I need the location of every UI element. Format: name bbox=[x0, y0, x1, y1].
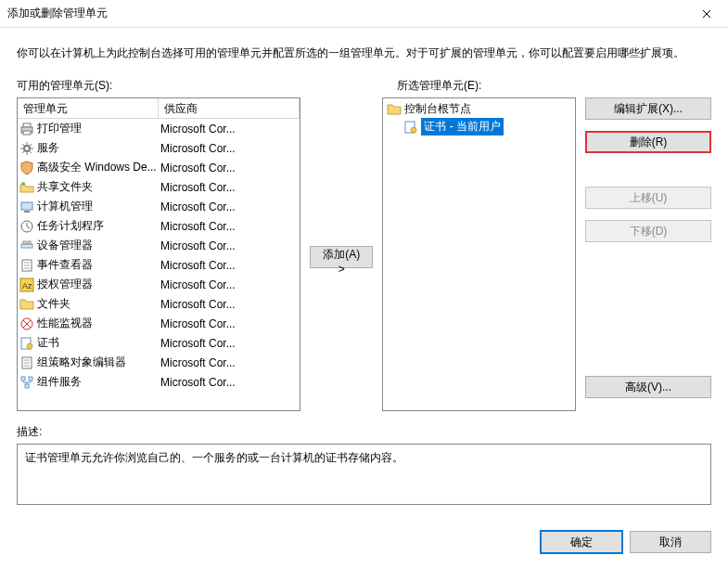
move-down-button: 下移(D) bbox=[585, 220, 711, 242]
list-item-vendor: Microsoft Cor... bbox=[159, 142, 298, 155]
list-item-vendor: Microsoft Cor... bbox=[159, 259, 298, 272]
tree-item-label: 证书 - 当前用户 bbox=[421, 118, 504, 136]
list-item[interactable]: 打印管理Microsoft Cor... bbox=[18, 119, 300, 138]
list-item-name: 组策略对象编辑器 bbox=[37, 355, 126, 370]
list-item-name: 服务 bbox=[37, 140, 59, 156]
firewall-icon bbox=[19, 161, 34, 175]
tree-root-label: 控制台根节点 bbox=[404, 101, 471, 117]
gear-icon bbox=[19, 141, 34, 156]
close-icon bbox=[702, 9, 711, 19]
list-item[interactable]: 共享文件夹Microsoft Cor... bbox=[18, 177, 300, 197]
header-vendor[interactable]: 供应商 bbox=[159, 98, 300, 118]
list-item-vendor: Microsoft Cor... bbox=[159, 239, 298, 252]
remove-button[interactable]: 删除(R) bbox=[585, 131, 711, 153]
list-item[interactable]: 证书Microsoft Cor... bbox=[18, 333, 300, 353]
computer-mgmt-icon bbox=[19, 200, 34, 214]
list-item-vendor: Microsoft Cor... bbox=[159, 337, 298, 350]
edit-extensions-button[interactable]: 编辑扩展(X)... bbox=[585, 97, 711, 120]
list-item-name: 组件服务 bbox=[37, 374, 82, 390]
list-item-vendor: Microsoft Cor... bbox=[159, 161, 298, 174]
printer-icon bbox=[19, 122, 34, 136]
list-item[interactable]: 组件服务Microsoft Cor... bbox=[18, 372, 300, 392]
list-item[interactable]: 设备管理器Microsoft Cor... bbox=[18, 236, 300, 255]
list-item[interactable]: 计算机管理Microsoft Cor... bbox=[18, 197, 300, 216]
list-item-vendor: Microsoft Cor... bbox=[159, 298, 298, 311]
shared-folder-icon bbox=[19, 180, 34, 195]
list-item[interactable]: 服务Microsoft Cor... bbox=[18, 138, 300, 158]
list-item-name: 共享文件夹 bbox=[37, 179, 93, 195]
event-viewer-icon bbox=[19, 258, 34, 273]
list-item-vendor: Microsoft Cor... bbox=[159, 278, 298, 291]
description-text: 证书管理单元允许你浏览自己的、一个服务的或一台计算机的证书存储内容。 bbox=[25, 451, 403, 464]
list-item-vendor: Microsoft Cor... bbox=[159, 220, 298, 233]
list-item-vendor: Microsoft Cor... bbox=[159, 200, 298, 213]
auth-mgr-icon bbox=[19, 278, 34, 292]
folder-icon bbox=[19, 297, 34, 312]
list-item[interactable]: 高级安全 Windows De...Microsoft Cor... bbox=[18, 158, 300, 177]
list-item-name: 设备管理器 bbox=[37, 238, 93, 253]
list-item-name: 计算机管理 bbox=[37, 199, 93, 214]
list-item-name: 文件夹 bbox=[37, 296, 70, 312]
list-item-vendor: Microsoft Cor... bbox=[159, 317, 298, 330]
clock-icon bbox=[19, 219, 34, 234]
list-item[interactable]: 授权管理器Microsoft Cor... bbox=[18, 275, 300, 294]
description-box: 证书管理单元允许你浏览自己的、一个服务的或一台计算机的证书存储内容。 bbox=[17, 444, 711, 505]
list-item-name: 打印管理 bbox=[37, 121, 82, 136]
list-header: 管理单元 供应商 bbox=[18, 98, 300, 119]
list-item-name: 授权管理器 bbox=[37, 277, 93, 292]
selected-label: 所选管理单元(E): bbox=[397, 78, 599, 94]
cancel-button[interactable]: 取消 bbox=[630, 531, 711, 553]
selected-snapins-tree[interactable]: 控制台根节点 证书 - 当前用户 bbox=[382, 97, 576, 411]
intro-text: 你可以在计算机上为此控制台选择可用的管理单元并配置所选的一组管理单元。对于可扩展… bbox=[17, 45, 711, 61]
device-mgr-icon bbox=[19, 239, 34, 253]
list-item-name: 事件查看器 bbox=[37, 257, 93, 273]
list-item[interactable]: 组策略对象编辑器Microsoft Cor... bbox=[18, 353, 300, 372]
tree-item-cert[interactable]: 证书 - 当前用户 bbox=[383, 118, 575, 136]
list-item-name: 高级安全 Windows De... bbox=[37, 160, 157, 175]
list-item-name: 性能监视器 bbox=[37, 316, 93, 331]
description-label: 描述: bbox=[17, 424, 711, 440]
list-item-vendor: Microsoft Cor... bbox=[159, 376, 298, 389]
ok-button[interactable]: 确定 bbox=[541, 531, 622, 553]
move-up-button: 上移(U) bbox=[585, 187, 711, 209]
list-item[interactable]: 文件夹Microsoft Cor... bbox=[18, 294, 300, 314]
tree-root[interactable]: 控制台根节点 bbox=[383, 100, 575, 118]
list-item[interactable]: 任务计划程序Microsoft Cor... bbox=[18, 216, 300, 236]
perfmon-icon bbox=[19, 316, 34, 331]
available-label: 可用的管理单元(S): bbox=[17, 78, 313, 94]
list-item-name: 证书 bbox=[37, 335, 59, 351]
list-item-name: 任务计划程序 bbox=[37, 218, 104, 234]
folder-icon bbox=[387, 102, 402, 117]
list-item[interactable]: 性能监视器Microsoft Cor... bbox=[18, 314, 300, 333]
available-snapins-list[interactable]: 管理单元 供应商 打印管理Microsoft Cor...服务Microsoft… bbox=[17, 97, 300, 411]
certificate-icon bbox=[19, 336, 34, 351]
list-item-vendor: Microsoft Cor... bbox=[159, 181, 298, 194]
list-item-vendor: Microsoft Cor... bbox=[159, 356, 298, 369]
header-snapin[interactable]: 管理单元 bbox=[18, 98, 159, 118]
component-svc-icon bbox=[19, 375, 34, 390]
certificate-icon bbox=[403, 120, 418, 135]
close-button[interactable] bbox=[685, 0, 728, 28]
title-bar: 添加或删除管理单元 bbox=[0, 0, 728, 28]
window-title: 添加或删除管理单元 bbox=[7, 6, 108, 21]
advanced-button[interactable]: 高级(V)... bbox=[585, 376, 711, 398]
list-item[interactable]: 事件查看器Microsoft Cor... bbox=[18, 255, 300, 275]
add-button[interactable]: 添加(A) > bbox=[310, 246, 373, 268]
list-item-vendor: Microsoft Cor... bbox=[159, 123, 298, 136]
gpo-editor-icon bbox=[19, 355, 34, 370]
